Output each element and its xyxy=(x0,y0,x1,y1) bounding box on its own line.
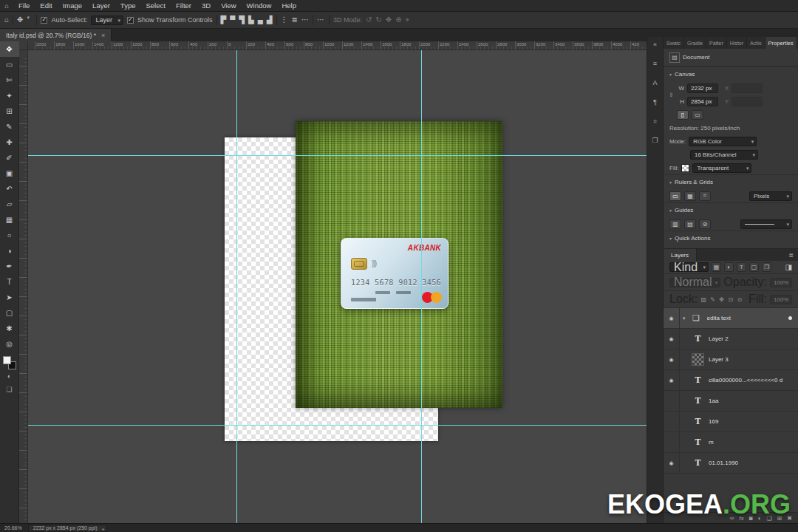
lock-transparency-icon[interactable]: ▨ xyxy=(700,295,706,304)
menu-item-help[interactable]: Help xyxy=(276,0,301,11)
panel-tab-properties[interactable]: Properties xyxy=(765,37,797,49)
align-center-icon[interactable]: ▀ xyxy=(230,16,235,24)
orientation-portrait-icon[interactable]: ▯ xyxy=(677,110,689,120)
bit-depth-dropdown[interactable]: 16 Bits/Channel xyxy=(690,150,758,160)
zoom-level[interactable]: 20.66% xyxy=(4,525,22,531)
lock-position-icon[interactable]: ✥ xyxy=(719,295,725,304)
toggle-rulers-icon[interactable]: ▭ xyxy=(669,191,681,201)
panel-tab-swatc[interactable]: Swatc xyxy=(664,37,684,49)
menu-item-image[interactable]: Image xyxy=(58,0,87,11)
clear-guides-icon[interactable]: ⊘ xyxy=(699,219,711,229)
close-tab-icon[interactable]: × xyxy=(101,32,105,39)
lasso-tool[interactable]: ✄ xyxy=(0,72,19,88)
character-panel-icon[interactable]: A xyxy=(649,78,661,88)
guide-style-dropdown[interactable] xyxy=(740,219,792,229)
layer-row[interactable]: ◉TLayer 2 xyxy=(664,329,798,349)
vertical-guide[interactable] xyxy=(421,50,422,523)
layer-row[interactable]: T169 xyxy=(664,412,798,432)
vertical-guide[interactable] xyxy=(236,50,237,523)
menu-item-file[interactable]: File xyxy=(13,0,35,11)
healing-brush-tool[interactable]: ✚ xyxy=(0,134,19,150)
pen-tool[interactable]: ✒ xyxy=(0,259,19,274)
ruler-origin-corner[interactable] xyxy=(19,41,28,50)
adjustments-panel-icon[interactable]: ≡ xyxy=(649,58,661,69)
ruler-units-dropdown[interactable]: Pixels xyxy=(749,191,792,201)
filter-pixel-layers-icon[interactable]: ▦ xyxy=(712,262,721,272)
tool-preset-caret-icon[interactable] xyxy=(27,17,33,23)
collapse-panels-icon[interactable]: « xyxy=(649,39,661,50)
horizontal-ruler[interactable]: 2000180016001400120010008006004002000200… xyxy=(28,41,647,50)
clone-source-panel-icon[interactable]: ❐ xyxy=(649,135,661,146)
layers-tab[interactable]: Layers xyxy=(664,249,697,261)
layer-row[interactable]: ◉Tcilla0000000...<<<<<<<<0 d xyxy=(664,370,798,391)
filter-type-layers-icon[interactable]: T xyxy=(737,262,746,272)
filter-adjustment-layers-icon[interactable]: ◐ xyxy=(724,262,734,272)
toggle-snap-icon[interactable]: ⌗ xyxy=(699,191,711,201)
brush-tool[interactable]: ✐ xyxy=(0,150,19,166)
hand-tool[interactable]: ✱ xyxy=(0,321,19,336)
glyphs-panel-icon[interactable]: ⌗ xyxy=(649,116,661,126)
lock-guides-icon[interactable]: ▤ xyxy=(684,219,696,229)
foreground-background-swatches[interactable] xyxy=(3,356,16,369)
menu-item-layer[interactable]: Layer xyxy=(87,0,115,11)
screen-mode-icon[interactable]: ❏ xyxy=(0,383,19,396)
layer-visibility-toggle[interactable] xyxy=(664,391,680,411)
move-tool[interactable]: ✥ xyxy=(0,41,19,57)
menu-item-3d[interactable]: 3D xyxy=(197,0,216,11)
history-brush-tool[interactable]: ↶ xyxy=(0,181,19,197)
orientation-landscape-icon[interactable]: ▭ xyxy=(692,110,703,120)
horizontal-guide[interactable] xyxy=(28,155,647,156)
layer-visibility-toggle[interactable]: ◉ xyxy=(664,329,680,349)
layer-row[interactable]: ◉T01.01.1990 xyxy=(664,453,798,474)
credit-card-image[interactable]: AKBANK ))) 1234 5678 9012 3456 xyxy=(341,238,449,309)
eyedropper-tool[interactable]: ✎ xyxy=(0,119,19,134)
crop-tool[interactable]: ⊞ xyxy=(0,103,19,119)
align-top-icon[interactable]: ▙ xyxy=(248,16,254,24)
layer-row[interactable]: T1aa xyxy=(664,391,798,412)
new-guide-layout-icon[interactable]: ▥ xyxy=(669,219,681,229)
align-right-icon[interactable]: ▜ xyxy=(239,16,245,24)
fill-dropdown[interactable]: Transparent xyxy=(692,163,751,173)
panel-tab-gradie[interactable]: Gradie xyxy=(684,37,706,49)
horizontal-guide[interactable] xyxy=(28,425,647,426)
canvas-height-input[interactable]: 2854 px xyxy=(687,97,718,106)
home-icon[interactable]: ⌂ xyxy=(4,16,9,24)
distribute-horizontal-icon[interactable]: ≣ xyxy=(292,16,298,24)
dodge-tool[interactable]: ◑ xyxy=(0,243,19,259)
layer-visibility-toggle[interactable] xyxy=(664,412,680,432)
align-middle-icon[interactable]: ▄ xyxy=(258,16,263,24)
menu-item-type[interactable]: Type xyxy=(115,0,141,11)
menu-item-edit[interactable]: Edit xyxy=(35,0,57,11)
shape-tool[interactable]: ▢ xyxy=(0,305,19,321)
filter-toggle-icon[interactable]: ◨ xyxy=(785,264,792,271)
auto-select-target-dropdown[interactable]: Layer xyxy=(91,16,123,25)
blend-mode-dropdown[interactable]: Normal xyxy=(669,278,720,287)
rulers-grids-section-header[interactable]: Rulers & Grids xyxy=(664,174,798,189)
layer-row[interactable]: ◉Layer 3 xyxy=(664,349,798,370)
fill-swatch-icon[interactable] xyxy=(681,164,689,172)
marquee-tool[interactable]: ▭ xyxy=(0,57,19,72)
panel-tab-histor[interactable]: Histor xyxy=(727,37,747,49)
color-mode-dropdown[interactable]: RGB Color xyxy=(689,137,757,146)
distribute-vertical-icon[interactable]: ⋮ xyxy=(281,16,288,24)
filter-shape-layers-icon[interactable]: ▢ xyxy=(749,262,759,272)
group-expand-icon[interactable]: ▾ xyxy=(683,316,686,321)
opacity-input[interactable]: 100% xyxy=(770,278,792,287)
auto-select-checkbox[interactable] xyxy=(41,17,47,24)
type-tool[interactable]: T xyxy=(0,274,19,290)
menu-item-view[interactable]: View xyxy=(216,0,241,11)
canvas-viewport[interactable]: AKBANK ))) 1234 5678 9012 3456 xyxy=(28,50,647,523)
vertical-ruler[interactable] xyxy=(19,50,28,523)
layer-fill-input[interactable]: 100% xyxy=(770,295,792,304)
menu-item-window[interactable]: Window xyxy=(242,0,277,11)
document-tab[interactable]: Italy id.psd @ 20.7% (RGB/16) * × xyxy=(0,29,112,41)
foreground-color-swatch[interactable] xyxy=(3,356,11,364)
lock-all-icon[interactable]: ⊙ xyxy=(737,295,743,304)
lock-artboard-icon[interactable]: ⊡ xyxy=(728,295,734,304)
layer-visibility-toggle[interactable]: ◉ xyxy=(664,308,680,328)
paragraph-panel-icon[interactable]: ¶ xyxy=(649,97,661,107)
layer-row[interactable]: Tm xyxy=(664,432,798,453)
document-info[interactable]: 2232 px x 2854 px (250 ppi) xyxy=(28,525,107,532)
layer-visibility-toggle[interactable]: ◉ xyxy=(664,453,680,473)
gradient-tool[interactable]: ▦ xyxy=(0,212,19,228)
